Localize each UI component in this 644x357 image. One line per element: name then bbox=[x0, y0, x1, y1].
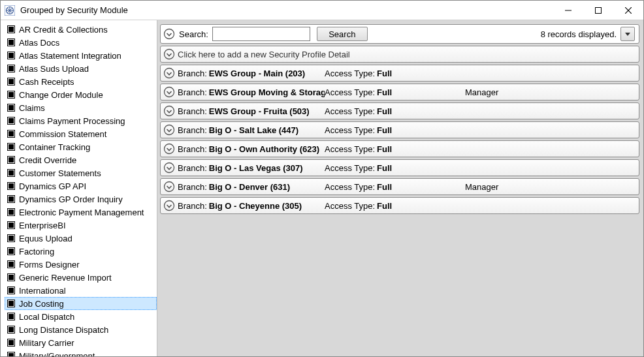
svg-point-16 bbox=[165, 125, 174, 135]
expand-icon[interactable] bbox=[163, 105, 175, 117]
tree-item[interactable]: Container Tracking bbox=[5, 140, 157, 153]
tree-item-label: Dynamics GP Order Inquiry bbox=[19, 194, 123, 204]
tree-item[interactable]: Atlas Suds Upload bbox=[5, 62, 157, 75]
tree-item[interactable]: Long Distance Dispatch bbox=[5, 323, 157, 336]
tree-item[interactable]: International bbox=[5, 284, 157, 297]
tree-item-label: Claims bbox=[19, 103, 45, 113]
tree-item-label: Change Order Module bbox=[19, 90, 103, 100]
tree-item[interactable]: EnterpriseBI bbox=[5, 219, 157, 232]
tree-item[interactable]: AR Credit & Collections bbox=[5, 23, 157, 36]
detail-row[interactable]: Branch: Big O - Denver (631)Access Type:… bbox=[160, 178, 639, 195]
search-label: Search: bbox=[179, 29, 208, 39]
tree-item[interactable]: Customer Statements bbox=[5, 166, 157, 179]
add-new-row[interactable]: Click here to add a new Security Profile… bbox=[160, 46, 639, 63]
tree-item-label: Claims Payment Processing bbox=[19, 116, 125, 126]
branch-field-label: Branch: bbox=[178, 125, 207, 135]
branch-value: EWS Group Moving & Storage ( bbox=[209, 87, 325, 97]
branch-value: Big O - Denver (631) bbox=[209, 182, 290, 192]
module-icon bbox=[7, 156, 15, 164]
access-value: Full bbox=[377, 125, 392, 135]
tree-item[interactable]: Equus Upload bbox=[5, 232, 157, 245]
branch-cell: Branch: Big O - Salt Lake (447) bbox=[178, 125, 325, 135]
tree-item-label: AR Credit & Collections bbox=[19, 25, 108, 35]
detail-row[interactable]: Branch: EWS Group Moving & Storage (Acce… bbox=[160, 84, 639, 101]
access-value: Full bbox=[377, 69, 392, 78]
access-field-label: Access Type: bbox=[325, 87, 375, 97]
expand-icon[interactable] bbox=[163, 86, 175, 98]
access-field-label: Access Type: bbox=[325, 182, 375, 192]
tree-item[interactable]: Change Order Module bbox=[5, 88, 157, 101]
tree-item[interactable]: Electronic Payment Management bbox=[5, 206, 157, 219]
tree-item[interactable]: Atlas Statement Integration bbox=[5, 49, 157, 62]
module-icon bbox=[7, 234, 15, 242]
module-icon bbox=[7, 130, 15, 138]
tree-item[interactable]: Cash Receipts bbox=[5, 75, 157, 88]
tree-item[interactable]: Atlas Docs bbox=[5, 36, 157, 49]
tree-item[interactable]: Local Dispatch bbox=[5, 310, 157, 323]
detail-row[interactable]: Branch: Big O - Salt Lake (447)Access Ty… bbox=[160, 121, 639, 138]
svg-point-20 bbox=[165, 201, 174, 211]
access-cell: Access Type: Full bbox=[325, 201, 465, 211]
module-icon bbox=[7, 221, 15, 229]
access-cell: Access Type: Full bbox=[325, 87, 465, 97]
tree-item-label: Cash Receipts bbox=[19, 77, 74, 87]
window-title: Grouped by Security Module bbox=[19, 5, 553, 15]
tree-item[interactable]: Military/Government bbox=[5, 349, 157, 356]
detail-row[interactable]: Branch: Big O - Own Authority (623)Acces… bbox=[160, 140, 639, 157]
expand-icon[interactable] bbox=[163, 124, 175, 136]
tree-item[interactable]: Claims bbox=[5, 101, 157, 114]
tree-item-label: Commission Statement bbox=[19, 129, 106, 139]
tree-item[interactable]: Military Carrier bbox=[5, 336, 157, 349]
detail-row[interactable]: Branch: Big O - Cheyenne (305)Access Typ… bbox=[160, 197, 639, 214]
access-value: Full bbox=[377, 106, 392, 116]
module-icon bbox=[7, 52, 15, 59]
app-icon bbox=[5, 5, 15, 16]
tree-item-label: Container Tracking bbox=[19, 142, 90, 152]
module-icon bbox=[7, 273, 15, 281]
branch-value: EWS Group - Main (203) bbox=[209, 69, 305, 78]
extra-cell: Manager bbox=[465, 182, 635, 192]
branch-value: Big O - Own Authority (623) bbox=[209, 144, 319, 154]
module-icon bbox=[7, 143, 15, 151]
tree-item[interactable]: Claims Payment Processing bbox=[5, 114, 157, 127]
tree-item[interactable]: Factoring bbox=[5, 245, 157, 258]
minimize-button[interactable] bbox=[553, 1, 583, 20]
access-cell: Access Type: Full bbox=[325, 106, 465, 116]
tree-item-label: Long Distance Dispatch bbox=[19, 325, 108, 335]
tree-item[interactable]: Credit Override bbox=[5, 153, 157, 166]
branch-field-label: Branch: bbox=[178, 106, 207, 116]
branch-field-label: Branch: bbox=[178, 201, 207, 211]
branch-cell: Branch: Big O - Denver (631) bbox=[178, 182, 325, 192]
expand-icon[interactable] bbox=[163, 200, 175, 211]
tree-item-label: Military/Government bbox=[19, 351, 95, 357]
search-input[interactable] bbox=[212, 27, 310, 41]
expand-icon[interactable] bbox=[163, 67, 175, 79]
tree-item[interactable]: Forms Designer bbox=[5, 258, 157, 271]
options-dropdown[interactable] bbox=[620, 27, 635, 41]
tree-item[interactable]: Dynamics GP API bbox=[5, 179, 157, 193]
expand-icon[interactable] bbox=[163, 181, 175, 193]
branch-value: Big O - Cheyenne (305) bbox=[209, 201, 302, 211]
collapse-icon[interactable] bbox=[163, 28, 175, 40]
access-field-label: Access Type: bbox=[325, 201, 375, 211]
tree-item[interactable]: Dynamics GP Order Inquiry bbox=[5, 193, 157, 206]
maximize-button[interactable] bbox=[583, 1, 613, 20]
search-button[interactable]: Search bbox=[317, 27, 368, 41]
tree-item[interactable]: Job Costing bbox=[5, 297, 157, 310]
branch-cell: Branch: EWS Group - Main (203) bbox=[178, 69, 325, 78]
module-icon bbox=[7, 169, 15, 177]
detail-panel: Search: Search 8 records displayed. Clic… bbox=[157, 20, 643, 356]
tree-item[interactable]: Commission Statement bbox=[5, 127, 157, 140]
detail-row[interactable]: Branch: EWS Group - Main (203)Access Typ… bbox=[160, 65, 639, 82]
tree-item[interactable]: Generic Revenue Import bbox=[5, 271, 157, 284]
module-icon bbox=[7, 117, 15, 125]
expand-icon[interactable] bbox=[163, 162, 175, 174]
expand-icon[interactable] bbox=[163, 143, 175, 155]
close-button[interactable] bbox=[613, 1, 643, 20]
module-tree[interactable]: AR Credit & CollectionsAtlas DocsAtlas S… bbox=[1, 20, 157, 356]
access-field-label: Access Type: bbox=[325, 69, 375, 78]
detail-row[interactable]: Branch: EWS Group - Fruita (503)Access T… bbox=[160, 102, 639, 119]
detail-row[interactable]: Branch: Big O - Las Vegas (307)Access Ty… bbox=[160, 159, 639, 176]
branch-value: EWS Group - Fruita (503) bbox=[209, 106, 310, 116]
main-area: AR Credit & CollectionsAtlas DocsAtlas S… bbox=[1, 20, 643, 356]
